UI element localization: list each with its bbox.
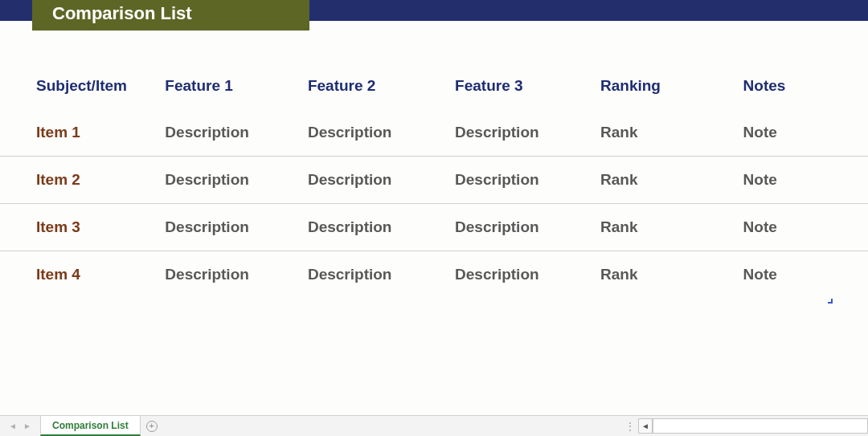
cell-feature3[interactable]: Description — [455, 251, 600, 299]
table-row: Item 2 Description Description Descripti… — [0, 157, 868, 204]
col-header-subject[interactable]: Subject/Item — [0, 63, 165, 109]
table-row: Item 4 Description Description Descripti… — [0, 251, 868, 299]
cell-feature2[interactable]: Description — [308, 157, 455, 204]
sheet-nav-next-icon[interactable]: ► — [20, 422, 35, 430]
sheet-nav-prev-icon[interactable]: ◄ — [6, 422, 20, 430]
cell-rank[interactable]: Rank — [600, 251, 743, 299]
add-sheet-button[interactable]: + — [141, 416, 163, 436]
bar-drag-handle-icon[interactable]: ⋮ — [622, 416, 638, 436]
cell-rank[interactable]: Rank — [600, 157, 743, 204]
hscroll-left-button[interactable]: ◄ — [638, 418, 653, 434]
col-header-notes[interactable]: Notes — [743, 63, 868, 109]
cell-item[interactable]: Item 3 — [0, 204, 165, 251]
comparison-table: Subject/Item Feature 1 Feature 2 Feature… — [0, 63, 868, 298]
cell-item[interactable]: Item 1 — [0, 109, 165, 157]
col-header-feature3[interactable]: Feature 3 — [455, 63, 600, 109]
cell-rank[interactable]: Rank — [600, 204, 743, 251]
cell-feature1[interactable]: Description — [165, 157, 308, 204]
table-row: Item 1 Description Description Descripti… — [0, 109, 868, 157]
cell-note[interactable]: Note — [743, 204, 868, 251]
col-header-feature2[interactable]: Feature 2 — [308, 63, 455, 109]
cell-feature1[interactable]: Description — [165, 204, 308, 251]
content-area: Subject/Item Feature 1 Feature 2 Feature… — [0, 21, 868, 298]
cell-item[interactable]: Item 2 — [0, 157, 165, 204]
col-header-ranking[interactable]: Ranking — [600, 63, 743, 109]
sheet-nav-buttons[interactable]: ◄ ► — [0, 416, 40, 436]
cell-feature2[interactable]: Description — [308, 109, 455, 157]
cell-feature3[interactable]: Description — [455, 109, 600, 157]
plus-icon: + — [146, 421, 158, 432]
page-title: Comparison List — [32, 0, 309, 31]
horizontal-scrollbar[interactable] — [653, 418, 868, 434]
sheet-tab-label: Comparison List — [52, 420, 129, 431]
page-title-text: Comparison List — [52, 3, 192, 24]
cell-feature3[interactable]: Description — [455, 204, 600, 251]
cell-rank[interactable]: Rank — [600, 109, 743, 157]
cell-feature2[interactable]: Description — [308, 251, 455, 299]
cell-feature1[interactable]: Description — [165, 109, 308, 157]
col-header-feature1[interactable]: Feature 1 — [165, 63, 308, 109]
cell-feature2[interactable]: Description — [308, 204, 455, 251]
table-row: Item 3 Description Description Descripti… — [0, 204, 868, 251]
sheet-tab-bar: ◄ ► Comparison List + ⋮ ◄ — [0, 415, 868, 436]
cell-feature1[interactable]: Description — [165, 251, 308, 299]
cell-note[interactable]: Note — [743, 157, 868, 204]
cell-item[interactable]: Item 4 — [0, 251, 165, 299]
bar-spacer — [163, 416, 622, 436]
cell-feature3[interactable]: Description — [455, 157, 600, 204]
sheet-tab-active[interactable]: Comparison List — [40, 416, 141, 436]
cell-note[interactable]: Note — [743, 109, 868, 157]
table-header-row: Subject/Item Feature 1 Feature 2 Feature… — [0, 63, 868, 109]
selection-corner-icon — [828, 299, 833, 304]
cell-note[interactable]: Note — [743, 251, 868, 299]
